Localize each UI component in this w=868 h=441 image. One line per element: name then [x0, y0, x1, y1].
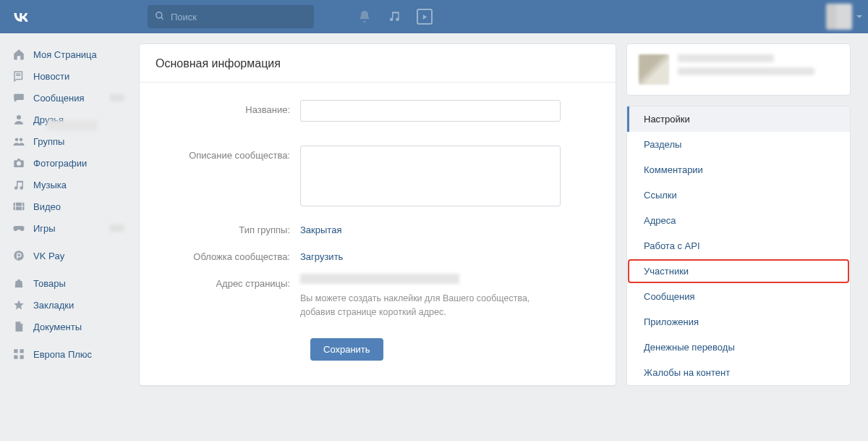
vk-logo[interactable] [10, 6, 32, 28]
nav-label: Новости [33, 71, 69, 82]
nav-photos[interactable]: Фотографии [6, 152, 129, 174]
nav-groups[interactable]: Группы [6, 130, 129, 152]
nav-docs[interactable]: Документы [6, 316, 129, 337]
bell-icon[interactable] [357, 9, 372, 24]
music-icon [12, 178, 26, 191]
addr-value [300, 274, 459, 284]
svg-line-1 [161, 17, 163, 19]
svg-rect-9 [14, 349, 17, 353]
nav-europa[interactable]: Европа Плюс [6, 343, 129, 365]
pay-icon [12, 249, 26, 262]
star-icon [12, 298, 26, 311]
friend-icon [12, 113, 26, 126]
nav-music[interactable]: Музыка [6, 174, 129, 196]
settings-menu-item-7[interactable]: Сообщения [627, 284, 850, 309]
save-button[interactable]: Сохранить [310, 338, 383, 361]
label-name: Название: [156, 100, 300, 134]
label-addr: Адрес страницы: [156, 274, 300, 319]
msg-icon [12, 91, 26, 104]
doc-icon [12, 320, 26, 333]
desc-textarea[interactable] [300, 146, 561, 206]
settings-menu-item-0[interactable]: Настройки [627, 106, 850, 132]
cover-upload-link[interactable]: Загрузить [300, 247, 343, 262]
nav-label: Закладки [33, 300, 74, 311]
nav-market[interactable]: Товары [6, 272, 129, 294]
home-icon [12, 48, 26, 61]
svg-point-3 [15, 138, 19, 142]
news-icon [12, 70, 26, 83]
name-input[interactable] [300, 100, 561, 122]
settings-menu-item-6[interactable]: Участники [627, 259, 850, 284]
svg-rect-10 [20, 349, 24, 353]
nav-label: Видео [33, 201, 61, 212]
settings-menu-item-3[interactable]: Ссылки [627, 182, 850, 208]
main-card: Основная информация Название: Описание с… [139, 43, 616, 386]
nav-label: Моя Страница [33, 49, 97, 60]
groups-icon [12, 135, 26, 148]
video-icon [12, 200, 26, 213]
nav-games[interactable]: Игры [6, 217, 129, 239]
nav-label: Группы [33, 136, 64, 147]
page-title: Основная информация [140, 44, 616, 83]
group-type-link[interactable]: Закрытая [300, 220, 341, 235]
play-button[interactable] [417, 9, 433, 25]
search-input[interactable] [171, 12, 307, 22]
community-avatar [639, 54, 669, 85]
nav-label: Игры [33, 223, 56, 234]
nav-label: Европа Плюс [33, 349, 92, 360]
label-desc: Описание сообщества: [156, 146, 300, 209]
nav-label: Фотографии [33, 158, 87, 169]
settings-menu: НастройкиРазделыКомментарииСсылкиАдресаР… [626, 106, 851, 386]
nav-video[interactable]: Видео [6, 196, 129, 217]
nav-label: Музыка [33, 180, 67, 190]
camera-icon [12, 156, 26, 169]
search-box[interactable] [148, 5, 314, 28]
chevron-down-icon [856, 15, 862, 18]
addr-hint: Вы можете создать наклейки для Вашего со… [300, 292, 561, 319]
music-icon[interactable] [388, 10, 401, 23]
nav-label: Товары [33, 278, 66, 289]
nav-label: Документы [33, 322, 82, 332]
game-icon [12, 222, 26, 235]
community-summary [626, 43, 851, 96]
header-icons [357, 9, 433, 25]
settings-menu-item-8[interactable]: Приложения [627, 309, 850, 335]
label-type: Тип группы: [156, 220, 300, 235]
nav-label: VK Pay [33, 251, 64, 261]
settings-menu-item-1[interactable]: Разделы [627, 132, 850, 157]
nav-bookmarks[interactable]: Закладки [6, 294, 129, 316]
search-icon [155, 11, 165, 23]
svg-point-8 [14, 251, 24, 261]
settings-menu-item-4[interactable]: Адреса [627, 208, 850, 233]
left-nav: Моя СтраницаНовостиСообщенияДрузьяГруппы… [6, 43, 129, 386]
profile-menu[interactable] [826, 4, 862, 30]
nav-label: Сообщения [33, 93, 85, 104]
nav-vkpay[interactable]: VK Pay [6, 245, 129, 266]
bag-icon [12, 277, 26, 290]
svg-rect-12 [20, 356, 24, 359]
nav-messages[interactable]: Сообщения [6, 87, 129, 109]
avatar [826, 4, 852, 30]
label-cover: Обложка сообщества: [156, 247, 300, 262]
svg-point-4 [20, 138, 23, 142]
settings-menu-item-9[interactable]: Денежные переводы [627, 335, 850, 360]
svg-point-2 [17, 115, 21, 119]
svg-rect-11 [14, 356, 17, 359]
settings-menu-item-10[interactable]: Жалобы на контент [627, 360, 850, 385]
apps-icon [12, 348, 26, 361]
nav-news[interactable]: Новости [6, 65, 129, 87]
settings-menu-item-5[interactable]: Работа с API [627, 233, 850, 259]
nav-profile[interactable]: Моя Страница [6, 43, 129, 65]
svg-point-6 [17, 161, 21, 166]
header-bar [0, 0, 868, 33]
settings-menu-item-2[interactable]: Комментарии [627, 157, 850, 182]
svg-point-0 [156, 12, 162, 17]
